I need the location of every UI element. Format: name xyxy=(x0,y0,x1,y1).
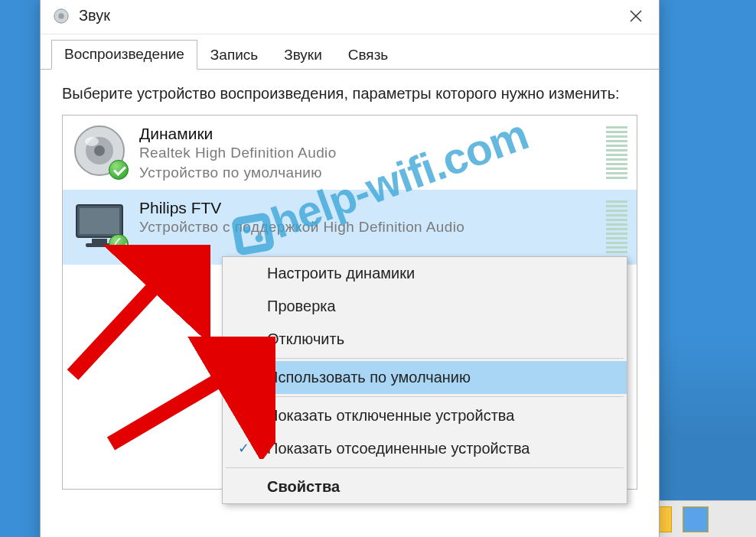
menu-show-disconnected[interactable]: ✓ Показать отсоединенные устройства xyxy=(223,432,627,465)
device-status: Устройство по умолчанию xyxy=(139,163,594,183)
menu-separator xyxy=(226,358,624,359)
menu-separator xyxy=(226,396,624,397)
sound-dialog: Звук Воспроизведение Запись Звуки Связь … xyxy=(40,0,660,537)
menu-configure-speakers[interactable]: Настроить динамики xyxy=(223,257,627,290)
tab-strip: Воспроизведение Запись Звуки Связь xyxy=(41,34,659,70)
close-button[interactable] xyxy=(614,0,657,34)
level-meter xyxy=(606,123,627,182)
close-icon xyxy=(630,10,642,22)
instruction-text: Выберите устройство воспроизведения, пар… xyxy=(62,83,637,104)
menu-disable[interactable]: Отключить xyxy=(223,323,627,356)
svg-rect-9 xyxy=(80,208,119,234)
svg-point-7 xyxy=(85,137,99,146)
menu-test[interactable]: Проверка xyxy=(223,290,627,323)
menu-show-disabled[interactable]: Показать отключенные устройства xyxy=(223,399,627,432)
titlebar: Звук xyxy=(41,0,659,34)
tab-playback[interactable]: Воспроизведение xyxy=(51,40,197,70)
sound-icon xyxy=(53,8,70,24)
tab-recording[interactable]: Запись xyxy=(197,41,271,70)
menu-set-default[interactable]: Использовать по умолчанию xyxy=(223,361,627,394)
menu-separator xyxy=(226,467,624,468)
device-item-philips[interactable]: Philips FTV Устройство с поддержкой High… xyxy=(63,190,637,264)
device-driver: Устройство с поддержкой High Definition … xyxy=(139,217,594,237)
tab-sounds[interactable]: Звуки xyxy=(271,41,335,70)
default-badge-icon xyxy=(109,160,129,180)
menu-label: Показать отсоединенные устройства xyxy=(267,440,530,457)
device-name: Philips FTV xyxy=(139,199,594,217)
window-title: Звук xyxy=(79,7,614,24)
speaker-icon xyxy=(72,123,127,178)
svg-rect-10 xyxy=(92,239,107,243)
svg-point-1 xyxy=(58,13,64,18)
menu-properties[interactable]: Свойства xyxy=(223,470,627,503)
taskbar-app-icon[interactable] xyxy=(683,506,709,532)
device-name: Динамики xyxy=(139,125,594,143)
monitor-icon xyxy=(72,197,127,252)
device-driver: Realtek High Definition Audio xyxy=(139,143,594,163)
svg-point-6 xyxy=(94,145,105,156)
device-list: Динамики Realtek High Definition Audio У… xyxy=(62,115,637,490)
tab-content: Выберите устройство воспроизведения, пар… xyxy=(41,70,659,490)
checkmark-icon: ✓ xyxy=(238,440,249,457)
context-menu: Настроить динамики Проверка Отключить Ис… xyxy=(222,256,627,504)
level-meter xyxy=(606,197,627,256)
tab-communications[interactable]: Связь xyxy=(335,41,402,70)
device-item-speakers[interactable]: Динамики Realtek High Definition Audio У… xyxy=(63,116,637,190)
